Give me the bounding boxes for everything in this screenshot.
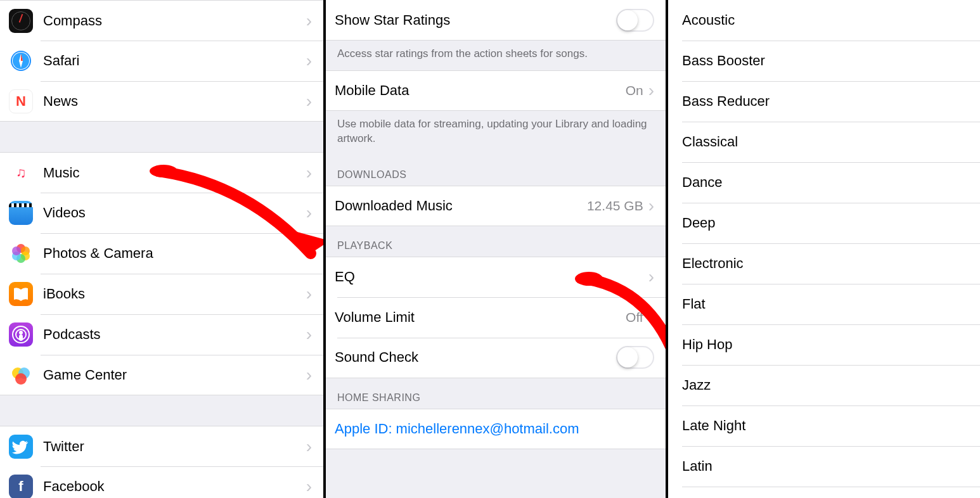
settings-main-list: Compass › Safari › N News › ♫ Music › Vi… (0, 0, 326, 498)
settings-item-facebook[interactable]: f Facebook › (0, 466, 323, 498)
eq-preset-label: Flat (682, 296, 706, 312)
row-value: Off (626, 310, 643, 325)
eq-preset-label: Hip Hop (682, 336, 732, 353)
music-icon: ♫ (9, 161, 33, 185)
settings-item-safari[interactable]: Safari › (0, 41, 323, 81)
svg-point-17 (15, 373, 27, 385)
eq-preset-flat[interactable]: Flat (668, 284, 980, 324)
eq-preset-late-night[interactable]: Late Night (668, 405, 980, 446)
settings-item-label: Videos (43, 205, 306, 221)
settings-item-game-center[interactable]: Game Center › (0, 355, 323, 395)
chevron-right-icon: › (306, 285, 312, 303)
chevron-right-icon: › (306, 478, 312, 495)
eq-preset-label: Bass Booster (682, 53, 765, 69)
chevron-right-icon: › (306, 164, 312, 182)
podcasts-icon (9, 322, 33, 347)
game-center-icon (9, 363, 33, 387)
apple-id-row[interactable]: Apple ID: michellerennex@hotmail.com (326, 409, 666, 449)
eq-preset-label: Classical (682, 134, 738, 150)
chevron-right-icon: › (648, 309, 654, 326)
settings-item-label: Music (43, 165, 306, 181)
volume-limit-row[interactable]: Volume Limit Off › (326, 297, 666, 338)
eq-preset-label: Jazz (682, 377, 711, 393)
chevron-right-icon: › (306, 204, 312, 222)
settings-item-podcasts[interactable]: Podcasts › (0, 314, 323, 355)
mobile-data-row[interactable]: Mobile Data On › (326, 70, 666, 111)
mobile-data-footer: Use mobile data for streaming, updating … (326, 111, 666, 155)
chevron-right-icon: › (648, 268, 654, 286)
settings-item-label: Safari (43, 53, 306, 69)
settings-item-label: iBooks (43, 286, 306, 302)
eq-preset-bass-booster[interactable]: Bass Booster (668, 41, 980, 81)
settings-item-compass[interactable]: Compass › (0, 0, 323, 41)
home-sharing-header: Home Sharing (326, 378, 666, 409)
eq-preset-bass-reducer[interactable]: Bass Reducer (668, 81, 980, 122)
facebook-icon: f (9, 475, 33, 499)
compass-icon (9, 9, 33, 33)
chevron-right-icon: › (648, 197, 654, 215)
settings-item-label: Game Center (43, 367, 306, 383)
videos-icon (9, 201, 33, 225)
twitter-icon (9, 435, 33, 459)
row-label: EQ (335, 269, 643, 285)
safari-icon (9, 49, 33, 73)
row-label: Sound Check (335, 349, 616, 366)
eq-preset-label: Latin (682, 458, 712, 475)
sound-check-row[interactable]: Sound Check (326, 338, 666, 378)
eq-preset-loudness[interactable]: Loudness (668, 487, 980, 498)
row-value: On (626, 83, 643, 98)
chevron-right-icon: › (648, 82, 654, 99)
news-icon: N (9, 89, 33, 113)
chevron-right-icon: › (306, 52, 312, 70)
star-ratings-toggle[interactable] (616, 9, 654, 32)
eq-preset-deep[interactable]: Deep (668, 203, 980, 243)
settings-item-label: Compass (43, 13, 306, 29)
settings-item-music[interactable]: ♫ Music › (0, 152, 323, 193)
row-label: Mobile Data (335, 82, 626, 99)
settings-item-news[interactable]: N News › (0, 81, 323, 122)
eq-preset-list: AcousticBass BoosterBass ReducerClassica… (668, 0, 980, 498)
chevron-right-icon: › (306, 93, 312, 110)
eq-preset-classical[interactable]: Classical (668, 122, 980, 162)
chevron-right-icon: › (306, 12, 312, 30)
eq-preset-acoustic[interactable]: Acoustic (668, 0, 980, 41)
apple-id-label: Apple ID: michellerennex@hotmail.com (335, 421, 654, 437)
settings-item-ibooks[interactable]: iBooks › (0, 274, 323, 314)
settings-item-photos-camera[interactable]: Photos & Camera › (0, 233, 323, 274)
eq-preset-jazz[interactable]: Jazz (668, 365, 980, 405)
chevron-right-icon: › (306, 245, 312, 262)
ibooks-icon (9, 282, 33, 306)
downloads-header: Downloads (326, 155, 666, 186)
settings-item-twitter[interactable]: Twitter › (0, 426, 323, 466)
svg-point-13 (19, 331, 23, 335)
chevron-right-icon: › (306, 366, 312, 384)
settings-item-label: Facebook (43, 478, 306, 495)
eq-preset-label: Electronic (682, 255, 744, 272)
settings-item-label: Twitter (43, 438, 306, 455)
music-settings-detail: Show Star Ratings Access star ratings fr… (326, 0, 668, 498)
svg-point-10 (12, 246, 21, 255)
row-value: 12.45 GB (587, 198, 643, 214)
star-ratings-footer: Access star ratings from the action shee… (326, 41, 666, 70)
eq-preset-latin[interactable]: Latin (668, 446, 980, 487)
eq-preset-electronic[interactable]: Electronic (668, 243, 980, 284)
settings-item-videos[interactable]: Videos › (0, 193, 323, 233)
eq-preset-label: Deep (682, 215, 716, 231)
photos-icon (9, 241, 33, 265)
eq-row[interactable]: EQ › (326, 257, 666, 297)
eq-preset-label: Acoustic (682, 12, 735, 29)
downloaded-music-row[interactable]: Downloaded Music 12.45 GB › (326, 186, 666, 226)
eq-preset-hip-hop[interactable]: Hip Hop (668, 324, 980, 365)
svg-rect-14 (19, 335, 23, 341)
chevron-right-icon: › (306, 326, 312, 343)
eq-preset-label: Dance (682, 174, 723, 191)
chevron-right-icon: › (306, 438, 312, 456)
eq-preset-label: Bass Reducer (682, 93, 770, 110)
settings-item-label: News (43, 93, 306, 110)
show-star-ratings-row[interactable]: Show Star Ratings (326, 0, 666, 41)
sound-check-toggle[interactable] (616, 346, 654, 369)
row-label: Volume Limit (335, 309, 626, 326)
row-label: Downloaded Music (335, 198, 587, 214)
eq-preset-dance[interactable]: Dance (668, 162, 980, 203)
settings-item-label: Podcasts (43, 326, 306, 343)
